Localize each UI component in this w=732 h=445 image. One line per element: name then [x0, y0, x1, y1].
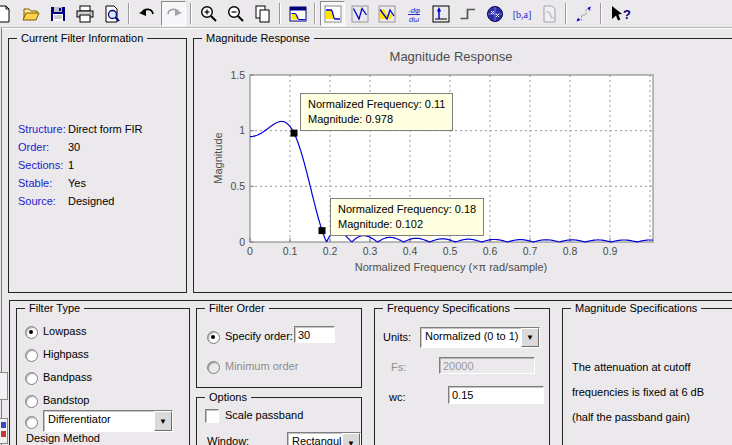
bandstop-label: Bandstop — [43, 394, 89, 407]
help-question-mark: ? — [623, 7, 631, 22]
special-filter-dropdown-value: Differentiator — [44, 411, 154, 431]
save-button[interactable] — [45, 1, 70, 26]
specify-order-label: Specify order: — [225, 330, 293, 343]
fs-label: Fs: — [391, 361, 406, 374]
frequency-specs-group: Frequency Specifications Units: Normaliz… — [374, 308, 550, 445]
datatip-1[interactable]: Normalized Frequency: 0.11 Magnitude: 0.… — [300, 93, 453, 131]
coefficients-icon-text: [b,a] — [512, 8, 531, 19]
impulse-response-button[interactable] — [428, 1, 453, 26]
magnitude-response-panel-title: Magnitude Response — [202, 32, 314, 45]
redo-button — [161, 1, 186, 26]
full-view-analysis-button[interactable] — [571, 1, 596, 26]
toolbar-separator — [279, 3, 281, 24]
help-button[interactable]: ? — [606, 1, 636, 26]
group-delay-numerator: -dφ — [408, 5, 420, 14]
datatip-1-magnitude: Magnitude: 0.978 — [308, 112, 445, 127]
toolbar-separator — [314, 3, 316, 24]
fs-input — [439, 357, 535, 374]
scale-passband-checkbox[interactable] — [205, 409, 219, 423]
toolbar-separator — [600, 3, 602, 24]
chevron-down-icon[interactable]: ▼ — [521, 328, 539, 347]
highpass-label: Highpass — [43, 348, 89, 361]
toolbar-separator — [190, 3, 192, 24]
pole-zero-plot-button[interactable] — [482, 1, 507, 26]
copy-pages-button[interactable] — [250, 1, 275, 26]
bandstop-radio[interactable] — [25, 395, 38, 408]
units-label: Units: — [383, 331, 411, 344]
filter-coefficients-button[interactable]: [b,a] — [509, 1, 534, 26]
options-group: Options Scale passband Window: Rectangul… — [196, 397, 362, 445]
datatip-marker[interactable] — [291, 130, 298, 137]
current-filter-info-title: Current Filter Information — [17, 32, 147, 45]
structure-value: Direct form FIR — [68, 123, 143, 136]
bandpass-radio[interactable] — [25, 372, 38, 385]
sections-label: Sections: — [18, 159, 63, 172]
minimum-order-label: Minimum order — [225, 360, 298, 373]
filter-design-window-button[interactable] — [285, 1, 310, 26]
x-tick-label: 0.1 — [283, 245, 298, 257]
y-axis-label: Magnitude — [212, 132, 224, 183]
lowpass-label: Lowpass — [43, 325, 86, 338]
specify-order-radio[interactable] — [207, 331, 220, 344]
plot-title: Magnitude Response — [390, 49, 513, 64]
special-filter-dropdown[interactable]: Differentiator ▼ — [43, 410, 173, 432]
datatip-2[interactable]: Normalized Frequency: 0.18 Magnitude: 0.… — [330, 198, 484, 236]
window-dropdown[interactable]: Rectangular ▼ — [287, 432, 361, 445]
new-document-button[interactable] — [0, 1, 16, 26]
bandpass-label: Bandpass — [43, 371, 92, 384]
zoom-out-button[interactable] — [223, 1, 248, 26]
magnitude-response-button[interactable] — [320, 1, 345, 26]
x-tick-label: 0 — [247, 245, 253, 257]
print-button[interactable] — [72, 1, 97, 26]
x-tick-label: 0.5 — [443, 245, 458, 257]
group-delay-button[interactable]: -dφ dω — [401, 1, 426, 26]
zoom-in-button[interactable] — [196, 1, 221, 26]
chevron-down-icon[interactable]: ▼ — [342, 433, 360, 445]
stable-label: Stable: — [18, 177, 52, 190]
group-delay-denominator: dω — [408, 15, 418, 24]
units-dropdown-value: Normalized (0 to 1) — [421, 328, 521, 347]
step-response-button[interactable] — [455, 1, 480, 26]
wc-input[interactable] — [448, 386, 544, 404]
filter-order-title: Filter Order — [205, 302, 269, 315]
clipped-icon — [1, 431, 6, 437]
clipped-icon — [1, 422, 6, 428]
magnitude-specs-line-2: frequencies is fixed at 6 dB — [572, 386, 704, 399]
magnitude-specs-title: Magnitude Specifications — [571, 302, 701, 315]
clipped-sidebar-button[interactable] — [0, 418, 8, 444]
filter-type-group: Filter Type Lowpass Highpass Bandpass Ba… — [16, 308, 190, 445]
chevron-down-icon[interactable]: ▼ — [154, 411, 172, 431]
magnitude-response-plot[interactable]: Magnitude Response 00.10.20.30.40.50.60.… — [195, 45, 732, 290]
datatip-marker[interactable] — [319, 227, 326, 234]
undo-button[interactable] — [134, 1, 159, 26]
toolbar: -dφ dω [b,a] ? — [0, 0, 732, 28]
x-tick-label: 0.3 — [363, 245, 378, 257]
phase-response-button[interactable] — [347, 1, 372, 26]
clipped-sidebar-button[interactable] — [0, 372, 8, 400]
magnitude-specs-line-1: The attenuation at cutoff — [572, 361, 690, 374]
y-tick-label: 0 — [239, 236, 245, 248]
order-label: Order: — [18, 141, 49, 154]
x-tick-label: 0.6 — [483, 245, 498, 257]
magnitude-and-phase-button[interactable] — [374, 1, 399, 26]
filter-order-group: Filter Order Specify order: Minimum orde… — [196, 308, 362, 388]
open-file-button[interactable] — [18, 1, 43, 26]
fdatool-window: -dφ dω [b,a] ? — [0, 0, 732, 445]
filter-specifications-button — [536, 1, 561, 26]
magnitude-specs-line-3: (half the passband gain) — [572, 411, 690, 424]
structure-label: Structure: — [18, 123, 66, 136]
highpass-radio[interactable] — [25, 349, 38, 362]
design-method-label: Design Method — [26, 432, 100, 445]
lowpass-radio[interactable] — [25, 326, 38, 339]
x-tick-label: 0.2 — [323, 245, 338, 257]
units-dropdown[interactable]: Normalized (0 to 1) ▼ — [420, 327, 540, 348]
special-filter-radio[interactable] — [25, 416, 38, 429]
toolbar-separator — [565, 3, 567, 24]
toolbar-separator — [128, 3, 130, 24]
window-dropdown-value: Rectangular — [288, 433, 342, 445]
x-axis-label: Normalized Frequency (×π rad/sample) — [355, 261, 548, 273]
current-filter-info-panel: Current Filter Information Structure: Di… — [8, 38, 187, 293]
filter-type-title: Filter Type — [25, 302, 84, 315]
print-preview-button[interactable] — [99, 1, 124, 26]
specify-order-input[interactable] — [294, 326, 335, 343]
